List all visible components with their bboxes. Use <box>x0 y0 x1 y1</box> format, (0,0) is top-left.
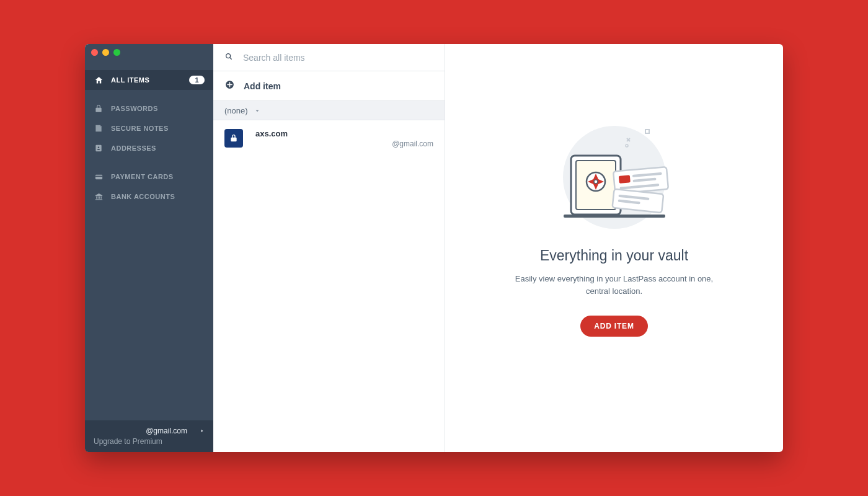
sidebar-item-label: PASSWORDS <box>111 105 205 112</box>
chevron-down-icon <box>254 106 260 115</box>
sidebar-item-label: SECURE NOTES <box>111 125 205 132</box>
chevron-right-icon <box>200 428 205 434</box>
lock-icon <box>224 129 243 148</box>
add-item-button[interactable]: ADD ITEM <box>580 316 647 337</box>
add-item-label: Add item <box>244 81 281 91</box>
minimize-window-icon[interactable] <box>102 49 109 56</box>
sidebar-item-all-items[interactable]: ALL ITEMS 1 <box>85 70 213 90</box>
sidebar: ALL ITEMS 1 PASSWORDS SECURE NOTES <box>85 44 213 452</box>
bank-icon <box>94 192 104 202</box>
list-item-title: axs.com <box>255 129 433 138</box>
close-window-icon[interactable] <box>91 49 98 56</box>
svg-rect-4 <box>96 196 97 198</box>
sidebar-item-bank-accounts[interactable]: BANK ACCOUNTS <box>85 187 213 206</box>
fullscreen-window-icon[interactable] <box>113 49 120 56</box>
svg-rect-21 <box>618 175 630 184</box>
home-icon <box>94 75 104 85</box>
svg-line-10 <box>230 57 232 59</box>
address-icon <box>94 143 104 153</box>
svg-point-9 <box>226 53 231 58</box>
list-item-texts: axs.com @gmail.com <box>255 129 433 148</box>
svg-point-19 <box>594 180 598 184</box>
sidebar-item-payment-cards[interactable]: PAYMENT CARDS <box>85 167 213 187</box>
search-icon <box>224 52 233 63</box>
svg-rect-2 <box>95 174 102 179</box>
count-badge: 1 <box>189 76 205 84</box>
svg-point-1 <box>98 147 100 149</box>
sidebar-item-label: BANK ACCOUNTS <box>111 193 205 200</box>
sidebar-footer: @gmail.com Upgrade to Premium <box>85 420 213 452</box>
list-item[interactable]: axs.com @gmail.com <box>213 120 445 157</box>
credit-card-icon <box>94 172 104 182</box>
group-header-none[interactable]: (none) <box>213 101 445 120</box>
list-item-subtitle: @gmail.com <box>255 140 433 148</box>
svg-rect-13 <box>645 130 649 133</box>
app-window: ALL ITEMS 1 PASSWORDS SECURE NOTES <box>85 44 783 452</box>
group-header-label: (none) <box>224 106 248 115</box>
add-item-bar[interactable]: Add item <box>213 71 445 101</box>
upgrade-link[interactable]: Upgrade to Premium <box>94 437 205 446</box>
nav-group: ALL ITEMS 1 PASSWORDS SECURE NOTES <box>85 58 213 206</box>
vault-illustration <box>552 125 676 230</box>
svg-rect-6 <box>99 196 100 198</box>
detail-column: Everything in your vault Easily view eve… <box>445 44 783 452</box>
svg-rect-7 <box>100 196 101 198</box>
search-bar <box>213 44 445 71</box>
sidebar-item-passwords[interactable]: PASSWORDS <box>85 99 213 118</box>
empty-state-title: Everything in your vault <box>540 247 688 264</box>
item-list-column: Add item (none) axs.com @gmail.com <box>213 44 445 452</box>
sidebar-item-label: PAYMENT CARDS <box>111 173 205 180</box>
note-icon <box>94 123 104 133</box>
sidebar-item-addresses[interactable]: ADDRESSES <box>85 138 213 158</box>
lock-icon <box>94 104 104 113</box>
account-email: @gmail.com <box>146 427 187 435</box>
search-input[interactable] <box>243 53 433 63</box>
svg-rect-8 <box>95 199 102 200</box>
window-traffic-lights <box>85 44 213 58</box>
sidebar-item-secure-notes[interactable]: SECURE NOTES <box>85 118 213 138</box>
sidebar-item-label: ALL ITEMS <box>111 76 189 84</box>
account-row[interactable]: @gmail.com <box>94 427 205 435</box>
svg-rect-5 <box>97 196 98 198</box>
sidebar-item-label: ADDRESSES <box>111 144 205 152</box>
empty-state-body: Easily view everything in your LastPass … <box>503 273 726 297</box>
plus-circle-icon <box>224 79 235 92</box>
svg-rect-3 <box>95 175 102 176</box>
